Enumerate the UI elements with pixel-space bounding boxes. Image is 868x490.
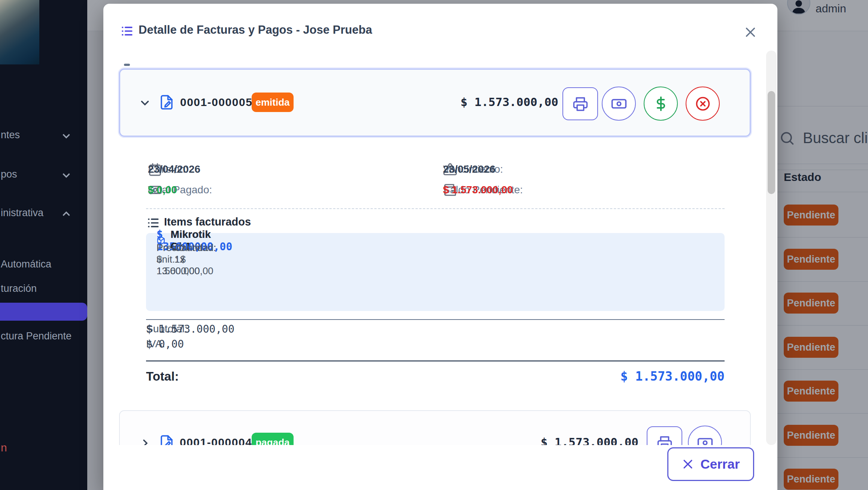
divider [146,208,725,209]
modal-close-button[interactable] [742,24,759,40]
list-icon [147,217,160,229]
invoice-detail-modal: Detalle de Facturas y Pagos - Jose Prueb… [103,4,777,490]
due-row: Vencimiento: 23/05/2026 [443,162,457,176]
modal-footer: Cerrar [103,445,777,490]
chevron-down-icon [60,130,73,142]
sidebar: ntes pos inistrativa Automática turación… [0,0,87,490]
total-amount: $ 1.573.000,00 [620,369,725,384]
cerrar-button-label: Cerrar [700,457,740,472]
invoice-items-list: Mikrotik Gh1 $ 1.560.000,00 Cantidad: 1x… [146,233,725,311]
sidebar-item-active[interactable] [0,303,87,321]
charge-button[interactable] [644,87,678,121]
logout-link-fragment[interactable]: n [1,441,7,454]
sidebar-item-administrativa[interactable]: inistrativa [1,207,43,219]
pending-row: Saldo Pendiente: $ 1.573.000,00 [443,183,457,197]
total-label: Total: [146,369,179,384]
invoice-row-expanded[interactable]: 0001-00000578 emitida $ 1.573.000,00 [119,69,751,137]
register-payment-button[interactable] [602,87,636,121]
printer-icon [573,96,588,112]
iva-amount: $ 0,00 [146,338,184,350]
modal-scrollbar-thumb[interactable] [768,91,775,194]
close-icon [682,458,694,471]
divider [146,319,725,320]
emission-date: 23/04/2026 [148,163,200,175]
dollar-icon [653,96,669,112]
chevron-down-icon [60,169,73,182]
cancel-invoice-button[interactable] [686,87,720,121]
invoice-amount: $ 1.573.000,00 [442,95,558,109]
sidebar-item-factura-pendiente[interactable]: ctura Pendiente [1,330,72,342]
sidebar-item-clientes[interactable]: ntes [1,129,20,141]
modal-title: Detalle de Facturas y Pagos - Jose Prueb… [139,23,372,37]
total-row: Total: $ 1.573.000,00 [146,369,725,384]
invoice-status-badge: emitida [252,93,294,112]
scrolled-text-remnant [124,64,130,66]
modal-scrollbar-track [766,51,777,445]
sidebar-item-facturacion[interactable]: turación [1,283,37,294]
sidebar-item-automatica[interactable]: Automática [1,258,51,270]
cerrar-button[interactable]: Cerrar [667,447,754,481]
sidebar-item-equipos[interactable]: pos [1,169,17,180]
print-invoice-button[interactable] [562,87,598,120]
file-edit-icon [159,94,174,110]
close-icon [744,25,757,39]
list-icon [121,25,133,37]
pending-amount: $ 1.573.000,00 [443,184,513,196]
chevron-up-icon [60,208,73,220]
subtotal-amount: $ 1.573.000,00 [146,323,234,335]
chevron-down-icon [139,97,151,109]
paid-amount: $ 0,00 [148,184,177,196]
paid-row: Total Pagado: $ 0,00 [148,183,162,197]
items-section-title: Items facturados [164,216,251,228]
banknote-icon [611,96,627,112]
due-date: 23/05/2026 [443,163,495,175]
x-circle-icon [695,96,711,112]
divider [146,360,725,362]
item-unit-price: Precio unit.: $ 13.000,00 [157,242,200,277]
sidebar-logo-image [0,0,39,64]
emission-row: Emisión: 23/04/2026 [148,162,162,176]
